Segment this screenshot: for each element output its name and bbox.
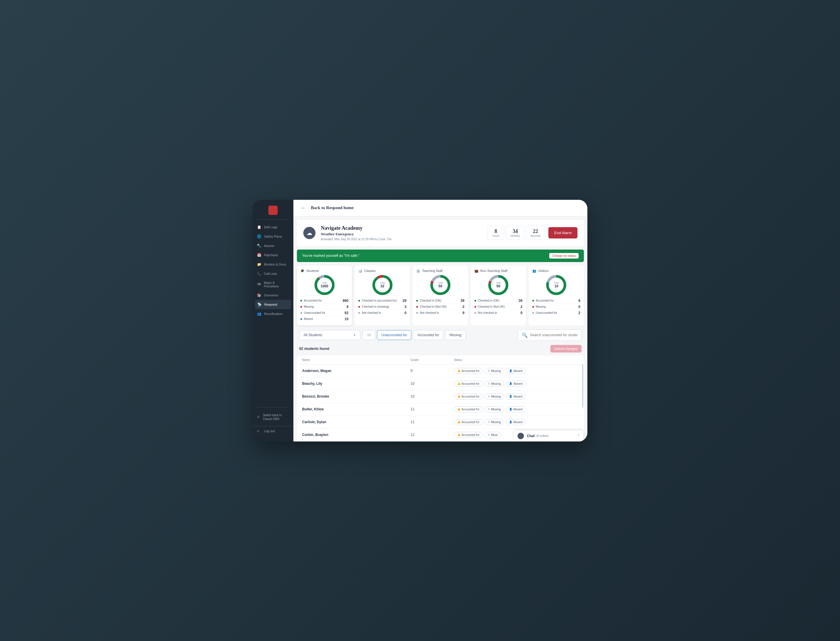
table-row: Butler, Khloe 11 👍Accounted for ⚠Missing… xyxy=(297,403,584,416)
user-icon: 👤 xyxy=(509,369,512,372)
student-name: Besozzi, Brooke xyxy=(302,395,411,398)
stat-label: Accounted for xyxy=(536,299,578,302)
chat-avatar-icon xyxy=(517,433,524,439)
stat-value: 2 xyxy=(578,311,580,315)
user-icon: 👤 xyxy=(509,395,512,398)
stat-line: Checked in (OK)39 xyxy=(416,298,464,304)
nav-label: Scenarios xyxy=(264,293,278,297)
stat-value: 0 xyxy=(405,311,407,315)
filter-tab-all[interactable]: All xyxy=(363,330,375,340)
stat-title: Visitors xyxy=(538,269,549,272)
stat-label: Unaccounted for xyxy=(304,311,345,314)
absent-button[interactable]: 👤Absent xyxy=(506,419,526,425)
stat-line: Accounted for8 xyxy=(532,298,580,304)
switch-classic-link[interactable]: ↺ Switch back to Classic EMS xyxy=(253,411,293,424)
sidebar-item-assess[interactable]: 🔦Assess xyxy=(253,241,293,250)
back-label[interactable]: Back to Respond home xyxy=(311,205,354,210)
stat-card-non-teaching-staff[interactable]: 💼Non-Teaching Staff Total50 Checked in (… xyxy=(471,266,526,325)
student-filter-select[interactable]: All Students ▼ xyxy=(299,330,360,340)
stat-label: Checked in (Not OK) xyxy=(420,305,462,308)
stat-line: Checked in (missing)3 xyxy=(358,304,406,310)
warning-icon: ⚠ xyxy=(488,420,490,424)
student-grade: 11 xyxy=(411,420,454,424)
sidebar-item-binders-docs[interactable]: 📁Binders & Docs xyxy=(253,260,293,269)
sidebar-item-safety-plans[interactable]: 🌐Safety Plans xyxy=(253,232,293,241)
table-row: Carlisle, Dylan 11 👍Accounted for ⚠Missi… xyxy=(297,416,584,429)
missing-button[interactable]: ⚠Missing xyxy=(484,406,504,412)
table-row: Beachy, Lily 10 👍Accounted for ⚠Missing … xyxy=(297,377,584,390)
filter-tab-missing[interactable]: Missing xyxy=(445,330,466,340)
filter-tab-accounted-for[interactable]: Accounted for xyxy=(413,330,443,340)
missing-button[interactable]: ⚠Missi xyxy=(484,432,501,438)
donut-chart: Total10 xyxy=(546,275,567,295)
thumbs-up-icon: 👍 xyxy=(457,420,460,424)
sidebar-item-maps-floorplans[interactable]: 🗺Maps & Floorplans xyxy=(253,278,293,290)
absent-button[interactable]: 👤Absent xyxy=(506,406,526,412)
activated-text: Activated: Mon Sep 26 2022 at 12:25 PM b… xyxy=(321,238,487,241)
stat-value: 2 xyxy=(520,305,522,309)
thumbs-up-icon: 👍 xyxy=(457,382,460,385)
stat-label: Missing xyxy=(304,305,347,308)
thumbs-up-icon: 👍 xyxy=(457,395,460,398)
accounted-button[interactable]: 👍Accounted for xyxy=(454,419,483,425)
stat-card-students[interactable]: 🎓Students Total1000 Accounted for890Miss… xyxy=(297,266,352,325)
absent-button[interactable]: 👤Absent xyxy=(506,381,526,387)
chevron-down-icon: ▼ xyxy=(353,333,356,337)
missing-button[interactable]: ⚠Missing xyxy=(484,368,504,374)
app-logo xyxy=(268,206,278,215)
donut-total-value: 50 xyxy=(438,284,442,288)
sidebar-item-call-lists[interactable]: 📞Call Lists xyxy=(253,269,293,278)
end-alarm-button[interactable]: End Alarm xyxy=(548,227,577,238)
search-icon: 🔍 xyxy=(522,332,528,338)
stat-value: 2 xyxy=(462,305,465,309)
sidebar-item-respond[interactable]: 📡Respond xyxy=(255,300,291,309)
stat-value: 9 xyxy=(520,311,522,315)
stat-line: Not checked in0 xyxy=(358,310,406,316)
absent-button[interactable]: 👤Absent xyxy=(506,368,526,374)
search-input[interactable] xyxy=(530,333,577,337)
accounted-button[interactable]: 👍Accounted for xyxy=(454,368,483,374)
sidebar-item-drill-logs[interactable]: 📋Drill Logs xyxy=(253,222,293,232)
status-dot-icon xyxy=(475,300,476,301)
accounted-button[interactable]: 👍Accounted for xyxy=(454,381,483,387)
emergency-header: ☁ Navigate Academy Weather Emergency Act… xyxy=(297,220,584,246)
stat-line: Unaccounted for2 xyxy=(532,310,580,316)
missing-button[interactable]: ⚠Missing xyxy=(484,419,504,425)
accounted-button[interactable]: 👍Accounted for xyxy=(454,432,483,438)
stat-card-classes[interactable]: 📊Classes Total32 Checked in (accounted f… xyxy=(355,266,410,325)
scrollbar[interactable] xyxy=(582,364,583,408)
search-box[interactable]: 🔍 xyxy=(517,330,582,341)
stat-value: 92 xyxy=(345,311,348,315)
donut-total-value: 50 xyxy=(496,284,500,288)
missing-button[interactable]: ⚠Missing xyxy=(484,381,504,387)
stat-label: Not checked in xyxy=(478,311,521,314)
accounted-button[interactable]: 👍Accounted for xyxy=(454,406,483,412)
change-status-button[interactable]: Change my status xyxy=(549,253,578,259)
logout-link[interactable]: ⎋ Log out xyxy=(253,426,293,436)
stat-card-visitors[interactable]: 👥Visitors Total10 Accounted for8Missing0… xyxy=(529,266,584,325)
back-arrow-icon[interactable]: ← xyxy=(300,205,306,211)
nav-icon: 🗺 xyxy=(257,282,261,287)
donut-total-value: 1000 xyxy=(320,284,328,288)
sidebar-item-flipcharts[interactable]: 📅Flipcharts xyxy=(253,250,293,260)
filter-tab-unaccounted-for[interactable]: Unaccounted for xyxy=(377,330,411,340)
stat-line: Checked in (OK)39 xyxy=(475,298,522,304)
warning-icon: ⚠ xyxy=(488,395,490,398)
warning-icon: ⚠ xyxy=(488,369,490,372)
absent-button[interactable]: 👤Absent xyxy=(506,393,526,399)
stat-line: Absent10 xyxy=(300,316,348,322)
donut-chart: Total32 xyxy=(372,275,393,295)
stat-title: Students xyxy=(306,269,319,272)
sidebar-item-scenarios[interactable]: 📚Scenarios xyxy=(253,290,293,300)
warning-icon: ⚠ xyxy=(488,433,490,436)
submit-changes-button[interactable]: Submit changes xyxy=(551,345,582,353)
student-grade: 10 xyxy=(411,382,454,386)
accounted-button[interactable]: 👍Accounted for xyxy=(454,393,483,399)
missing-button[interactable]: ⚠Missing xyxy=(484,393,504,399)
chat-widget[interactable]: Chat (0 online) ⌃ xyxy=(514,430,583,441)
stat-card-teaching-staff[interactable]: 👔Teaching Staff Total50 Checked in (OK)3… xyxy=(413,266,468,325)
status-dot-icon xyxy=(416,306,418,308)
stat-icon: 👥 xyxy=(532,269,536,273)
status-dot-icon xyxy=(300,318,302,320)
sidebar-item-reunification[interactable]: 👥Reunification xyxy=(253,309,293,319)
